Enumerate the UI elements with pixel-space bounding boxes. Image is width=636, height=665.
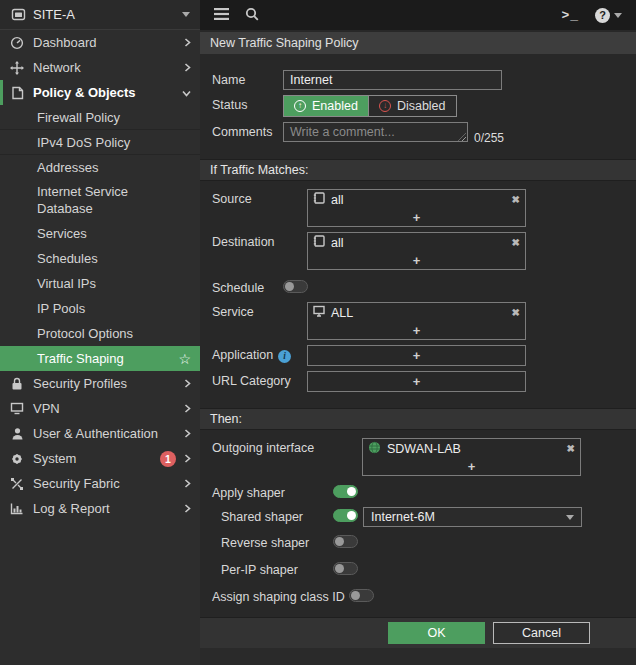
application-box: + [307, 345, 526, 366]
per-ip-shaper-row: Per-IP shaper [212, 560, 624, 577]
notification-badge: 1 [160, 451, 176, 467]
per-ip-shaper-label: Per-IP shaper [212, 560, 333, 577]
add-interface-button[interactable]: + [363, 458, 580, 475]
remove-service-icon[interactable]: ✖ [512, 307, 520, 318]
status-label: Status [212, 95, 283, 112]
gear-icon [9, 451, 25, 467]
apply-shaper-row: Apply shaper [212, 483, 624, 500]
shared-shaper-select[interactable]: Internet-6M [363, 507, 582, 527]
sidebar-item-addresses[interactable]: Addresses [0, 155, 200, 180]
chevron-right-icon [184, 401, 191, 416]
chevron-right-icon [184, 60, 191, 75]
schedule-row: Schedule [212, 278, 624, 295]
name-input[interactable] [283, 70, 502, 90]
sidebar-item-traffic-shaping[interactable]: Traffic Shaping ☆ [0, 346, 200, 371]
enabled-up-arrow-icon: ↑ [294, 100, 306, 112]
status-disabled-button[interactable]: ↓ Disabled [368, 96, 456, 116]
help-menu[interactable]: ? [595, 8, 622, 23]
sidebar-item-log-report[interactable]: Log & Report [0, 496, 200, 521]
bottom-filler [200, 648, 636, 665]
destination-entry-all[interactable]: all ✖ [308, 233, 525, 252]
vdom-selector[interactable]: SITE-A [0, 0, 200, 30]
sidebar-item-system[interactable]: System 1 [0, 446, 200, 471]
sidebar-item-dashboard[interactable]: Dashboard [0, 30, 200, 55]
sidebar-item-network[interactable]: Network [0, 55, 200, 80]
sdwan-globe-icon [368, 441, 381, 457]
chevron-expanded-icon [182, 85, 191, 100]
ok-button[interactable]: OK [388, 622, 485, 644]
sidebar-item-virtual-ips[interactable]: Virtual IPs [0, 271, 200, 296]
form-footer: OK Cancel [200, 617, 636, 648]
service-entry-all[interactable]: ALL ✖ [308, 303, 525, 322]
add-url-category-button[interactable]: + [308, 372, 525, 391]
destination-row: Destination all ✖ + [212, 232, 624, 270]
destination-box: all ✖ + [307, 232, 526, 270]
chevron-down-icon [182, 12, 190, 17]
assign-class-row: Assign shaping class ID [212, 587, 624, 604]
remove-destination-icon[interactable]: ✖ [512, 237, 520, 248]
sidebar-item-security-fabric[interactable]: Security Fabric [0, 471, 200, 496]
per-ip-shaper-toggle[interactable] [333, 562, 358, 575]
sidebar-item-schedules[interactable]: Schedules [0, 246, 200, 271]
add-source-button[interactable]: + [308, 209, 525, 226]
comments-row: Comments 0/255 [212, 122, 624, 145]
page-title: New Traffic Shaping Policy [200, 32, 636, 54]
schedule-toggle[interactable] [283, 280, 308, 293]
outgoing-interface-entry[interactable]: SDWAN-LAB ✖ [363, 439, 580, 458]
add-application-button[interactable]: + [308, 346, 525, 365]
comments-textarea[interactable] [283, 122, 468, 142]
address-book-icon [313, 192, 325, 207]
favorite-star-icon[interactable]: ☆ [178, 351, 191, 367]
address-book-icon [313, 235, 325, 250]
reverse-shaper-label: Reverse shaper [212, 533, 333, 550]
traffic-shaping-form: Name Status ↑ Enabled ↓ Disabled [200, 54, 636, 617]
app-window: SITE-A Dashboard Network [0, 0, 636, 665]
sidebar-item-services[interactable]: Services [0, 221, 200, 246]
add-service-button[interactable]: + [308, 322, 525, 339]
sidebar-item-vpn[interactable]: VPN [0, 396, 200, 421]
bar-chart-icon [9, 501, 25, 517]
sidebar-item-protocol-options[interactable]: Protocol Options [0, 321, 200, 346]
apply-shaper-toggle[interactable] [333, 485, 358, 498]
remove-interface-icon[interactable]: ✖ [567, 443, 575, 454]
chevron-right-icon [184, 451, 191, 466]
chevron-right-icon [184, 501, 191, 516]
source-label: Source [212, 189, 307, 206]
reverse-shaper-toggle[interactable] [333, 535, 358, 548]
sidebar-item-ip-pools[interactable]: IP Pools [0, 296, 200, 321]
user-icon [9, 426, 25, 442]
sidebar-item-security-profiles[interactable]: Security Profiles [0, 371, 200, 396]
cancel-button[interactable]: Cancel [493, 622, 590, 644]
sidebar-item-ipv4-dos-policy[interactable]: IPv4 DoS Policy [0, 130, 200, 155]
chevron-right-icon [184, 426, 191, 441]
source-entry-all[interactable]: all ✖ [308, 190, 525, 209]
cli-console-icon[interactable]: >_ [561, 8, 579, 23]
status-segmented-control: ↑ Enabled ↓ Disabled [283, 95, 457, 117]
sidebar-nav: Dashboard Network Policy & Objects Firew… [0, 30, 200, 665]
dropdown-caret-icon [566, 515, 574, 520]
info-icon[interactable]: i [278, 350, 291, 363]
sidebar-item-user-authentication[interactable]: User & Authentication [0, 421, 200, 446]
search-icon[interactable] [245, 7, 259, 24]
remove-source-icon[interactable]: ✖ [512, 194, 520, 205]
comments-char-counter: 0/255 [474, 131, 504, 145]
menu-hamburger-icon[interactable] [214, 8, 229, 23]
sidebar-item-policy-objects[interactable]: Policy & Objects [0, 80, 200, 105]
security-fabric-icon [9, 476, 25, 492]
chevron-right-icon [184, 476, 191, 491]
shared-shaper-row: Shared shaper Internet-6M [212, 507, 624, 527]
status-enabled-button[interactable]: ↑ Enabled [284, 96, 368, 116]
sidebar-item-internet-service-database[interactable]: Internet Service Database [0, 180, 200, 221]
outgoing-interface-box: SDWAN-LAB ✖ + [362, 438, 581, 476]
shared-shaper-toggle[interactable] [333, 509, 358, 522]
chevron-right-icon [184, 376, 191, 391]
service-monitor-icon [313, 305, 325, 320]
top-bar: >_ ? [200, 0, 636, 30]
section-if-traffic-matches: If Traffic Matches: [200, 159, 636, 181]
assign-class-toggle[interactable] [349, 589, 374, 602]
help-icon: ? [595, 8, 610, 23]
add-destination-button[interactable]: + [308, 252, 525, 269]
site-name: SITE-A [33, 7, 75, 22]
monitor-icon [9, 401, 25, 417]
sidebar-item-firewall-policy[interactable]: Firewall Policy [0, 105, 200, 130]
